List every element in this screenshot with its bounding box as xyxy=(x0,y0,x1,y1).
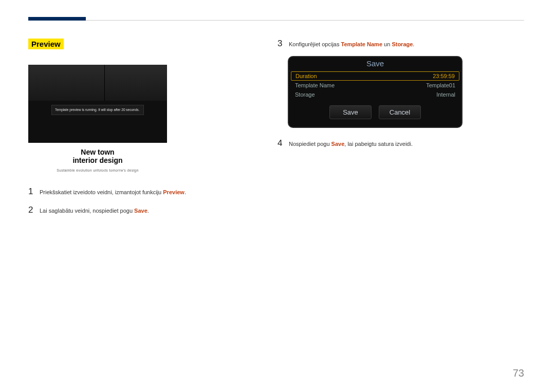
step-3-mid: un xyxy=(382,41,392,47)
step-2-number: 2 xyxy=(28,205,40,215)
right-column: 3 Konfigurējiet opcijas Template Name un… xyxy=(278,39,524,148)
step-4: 4 Nospiediet pogu Save, lai pabeigtu sat… xyxy=(278,138,524,148)
left-column: Preview Template preview is running. It … xyxy=(28,39,254,215)
duration-label: Duration xyxy=(295,73,317,79)
header-divider xyxy=(28,20,524,21)
preview-upper xyxy=(28,65,167,101)
storage-label: Storage xyxy=(295,91,315,98)
caption-line-2: interior design xyxy=(28,156,167,164)
step-2: 2 Lai saglabātu veidni, nospiediet pogu … xyxy=(28,205,254,215)
step-3-post: . xyxy=(413,41,414,47)
save-row-template-name: Template Name Template01 xyxy=(289,81,461,90)
save-dialog-screenshot: Save Duration 23:59:59 Template Name Tem… xyxy=(288,56,462,128)
step-3: 3 Konfigurējiet opcijas Template Name un… xyxy=(278,39,524,49)
dialog-save-button: Save xyxy=(329,105,372,119)
save-dialog-title: Save xyxy=(289,57,461,71)
preview-caption: New town interior design Sustainble evol… xyxy=(28,148,167,172)
preview-screenshot: Template preview is running. It will sto… xyxy=(28,65,167,143)
step-1-pre: Priekšskatiet izveidoto veidni, izmantoj… xyxy=(40,189,163,195)
step-1-post: . xyxy=(184,189,186,195)
section-title-preview: Preview xyxy=(28,39,64,49)
step-1-number: 1 xyxy=(28,186,40,197)
dialog-cancel-button: Cancel xyxy=(379,105,421,119)
save-row-storage: Storage Internal xyxy=(289,90,461,99)
header-accent-bar xyxy=(28,17,86,21)
step-2-pre: Lai saglabātu veidni, nospiediet pogu xyxy=(40,208,134,214)
step-4-highlight: Save xyxy=(331,141,345,147)
save-row-duration: Duration 23:59:59 xyxy=(291,71,459,81)
step-1-text: Priekšskatiet izveidoto veidni, izmantoj… xyxy=(40,188,186,197)
step-3-highlight-1: Template Name xyxy=(341,41,383,47)
preview-panel-right xyxy=(105,65,167,101)
step-1-highlight: Preview xyxy=(163,189,184,195)
duration-value: 23:59:59 xyxy=(433,73,455,79)
step-4-text: Nospiediet pogu Save, lai pabeigtu satur… xyxy=(289,140,413,148)
storage-value: Internal xyxy=(436,91,455,98)
step-3-text: Konfigurējiet opcijas Template Name un S… xyxy=(289,40,414,49)
step-1: 1 Priekšskatiet izveidoto veidni, izmant… xyxy=(28,186,254,197)
step-3-number: 3 xyxy=(278,39,289,49)
step-4-pre: Nospiediet pogu xyxy=(289,141,331,147)
step-4-number: 4 xyxy=(278,138,289,148)
page-number: 73 xyxy=(513,367,524,379)
save-dialog-buttons: Save Cancel xyxy=(289,105,461,119)
step-4-post: , lai pabeigtu satura izveidi. xyxy=(344,141,413,147)
preview-running-notice: Template preview is running. It will sto… xyxy=(51,105,144,115)
step-3-highlight-2: Storage xyxy=(392,41,413,47)
template-name-label: Template Name xyxy=(295,82,335,88)
caption-tagline: Sustainble evolution unfolods tomorrw's … xyxy=(28,169,167,172)
step-2-post: . xyxy=(147,208,149,214)
step-2-highlight: Save xyxy=(134,208,147,214)
step-2-text: Lai saglabātu veidni, nospiediet pogu Sa… xyxy=(40,207,149,215)
step-3-pre: Konfigurējiet opcijas xyxy=(289,41,341,47)
template-name-value: Template01 xyxy=(426,82,455,88)
caption-line-1: New town xyxy=(28,148,167,156)
preview-panel-left xyxy=(28,65,105,101)
